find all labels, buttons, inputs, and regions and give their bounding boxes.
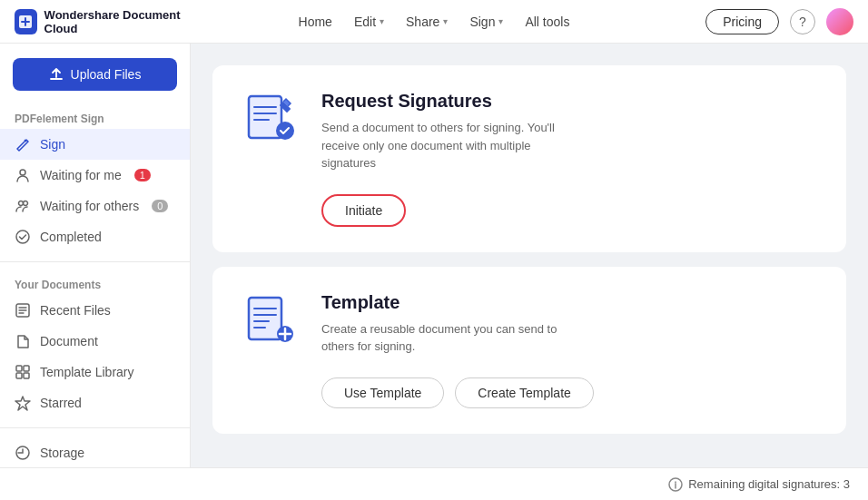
- main-nav: Home Edit ▾ Share ▾ Sign ▾ All tools: [196, 15, 672, 29]
- request-signatures-actions: Initiate: [242, 194, 817, 227]
- sidebar-item-starred[interactable]: Starred: [0, 387, 190, 418]
- footer-remaining: Remaining digital signatures: 3: [668, 477, 850, 492]
- main-layout: Upload Files PDFelement Sign Sign Waitin…: [0, 44, 868, 467]
- template-info: Template Create a reusable document you …: [321, 292, 576, 356]
- upload-button[interactable]: Upload Files: [13, 58, 177, 91]
- storage-label: Storage: [40, 446, 84, 460]
- waiting-for-others-badge: 0: [152, 200, 168, 212]
- waiting-for-others-label: Waiting for others: [40, 199, 139, 213]
- request-signatures-info: Request Signatures Send a document to ot…: [321, 91, 576, 172]
- template-icon: [242, 292, 300, 350]
- sidebar: Upload Files PDFelement Sign Sign Waitin…: [0, 44, 191, 467]
- request-signatures-title: Request Signatures: [321, 91, 576, 112]
- template-library-label: Template Library: [40, 365, 134, 379]
- starred-label: Starred: [40, 396, 82, 410]
- svg-point-1: [20, 170, 25, 175]
- create-template-button[interactable]: Create Template: [455, 377, 593, 408]
- sidebar-item-storage[interactable]: Storage: [0, 437, 190, 467]
- logo-icon: [15, 9, 37, 34]
- request-signatures-description: Send a document to others for signing. Y…: [321, 119, 576, 172]
- pricing-button[interactable]: Pricing: [705, 9, 779, 34]
- sign-label: Sign: [40, 137, 65, 152]
- nav-all-tools[interactable]: All tools: [525, 15, 569, 29]
- avatar[interactable]: [826, 8, 853, 35]
- header-actions: Pricing ?: [672, 8, 853, 35]
- template-card: Template Create a reusable document you …: [212, 267, 846, 434]
- recent-files-label: Recent Files: [40, 303, 111, 318]
- svg-rect-9: [24, 373, 29, 378]
- main-content: Request Signatures Send a document to ot…: [191, 44, 868, 467]
- header: Wondershare Document Cloud Home Edit ▾ S…: [0, 0, 868, 44]
- waiting-for-me-badge: 1: [134, 169, 151, 181]
- svg-rect-7: [24, 366, 29, 371]
- footer-bar: Remaining digital signatures: 3: [0, 467, 868, 500]
- svg-rect-8: [16, 373, 22, 378]
- template-description: Create a reusable document you can send …: [321, 320, 576, 356]
- svg-point-4: [16, 230, 29, 243]
- use-template-button[interactable]: Use Template: [321, 377, 444, 408]
- footer-remaining-text: Remaining digital signatures: 3: [688, 477, 850, 491]
- initiate-button[interactable]: Initiate: [321, 194, 406, 227]
- nav-share[interactable]: Share ▾: [406, 15, 448, 29]
- template-title: Template: [321, 292, 576, 313]
- sidebar-item-document[interactable]: Document: [0, 326, 190, 357]
- pdfelement-sign-title: PDFelement Sign: [0, 105, 190, 129]
- sidebar-item-completed[interactable]: Completed: [0, 221, 190, 252]
- divider-2: [0, 427, 190, 428]
- svg-rect-14: [249, 298, 281, 339]
- request-signatures-icon: [242, 91, 300, 149]
- waiting-for-me-label: Waiting for me: [40, 168, 122, 182]
- nav-sign[interactable]: Sign ▾: [469, 15, 503, 29]
- svg-marker-10: [15, 397, 30, 410]
- logo-text: Wondershare Document Cloud: [44, 8, 196, 35]
- sidebar-item-sign[interactable]: Sign: [0, 129, 190, 160]
- help-icon[interactable]: ?: [790, 9, 815, 34]
- logo: Wondershare Document Cloud: [15, 8, 196, 35]
- completed-label: Completed: [40, 230, 102, 244]
- nav-edit[interactable]: Edit ▾: [354, 15, 384, 29]
- card-top-signatures: Request Signatures Send a document to ot…: [242, 91, 817, 172]
- nav-home[interactable]: Home: [299, 15, 332, 29]
- sidebar-item-waiting-for-me[interactable]: Waiting for me 1: [0, 160, 190, 191]
- card-top-template: Template Create a reusable document you …: [242, 292, 817, 356]
- your-documents-title: Your Documents: [0, 271, 190, 295]
- template-actions: Use Template Create Template: [242, 377, 817, 408]
- svg-rect-6: [16, 366, 22, 371]
- divider-1: [0, 261, 190, 262]
- info-icon: [668, 477, 683, 492]
- document-label: Document: [40, 334, 98, 348]
- svg-point-3: [24, 201, 28, 206]
- sidebar-item-waiting-for-others[interactable]: Waiting for others 0: [0, 191, 190, 221]
- sidebar-item-template-library[interactable]: Template Library: [0, 357, 190, 387]
- request-signatures-card: Request Signatures Send a document to ot…: [212, 65, 846, 252]
- sidebar-item-recent-files[interactable]: Recent Files: [0, 295, 190, 326]
